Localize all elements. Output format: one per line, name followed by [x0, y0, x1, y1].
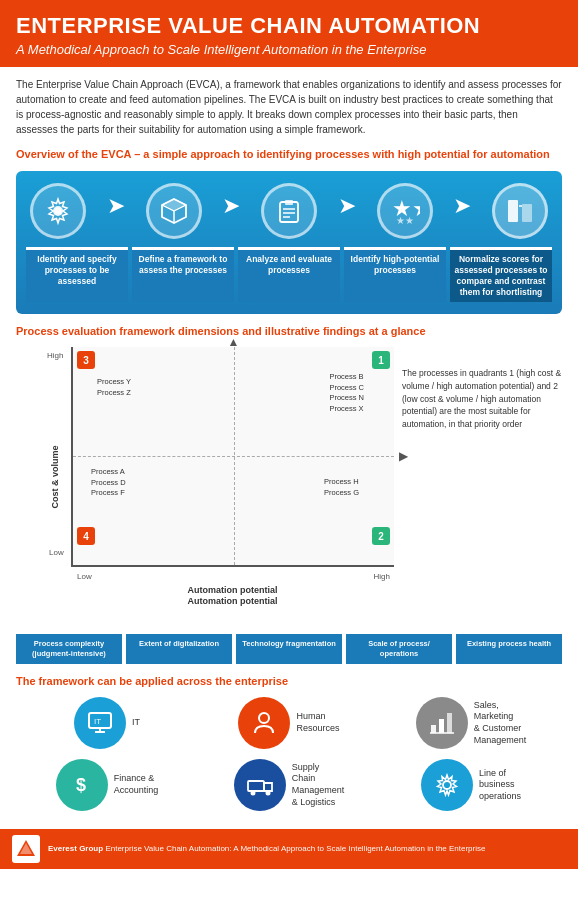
q2-processes: Process HProcess G: [324, 477, 359, 498]
cube-icon: [159, 196, 189, 226]
dollar-icon: $: [68, 771, 96, 799]
it-label: IT: [132, 717, 140, 729]
settings-icon: [43, 196, 73, 226]
footer-company: Everest Group: [48, 844, 103, 853]
y-axis-label: Cost & volume: [50, 445, 60, 508]
y-high-label: High: [47, 351, 63, 360]
hr-label: HumanResources: [296, 711, 339, 734]
icons-row-2: $ Finance &Accounting: [16, 759, 562, 811]
lob-label: Line ofbusinessoperations: [479, 768, 521, 803]
chart-bar-icon: [428, 709, 456, 737]
hr-icon-circle: [238, 697, 290, 749]
svg-point-21: [259, 713, 269, 723]
footer-logo: [12, 835, 40, 863]
svg-point-31: [443, 781, 451, 789]
dim-4: Scale of process/ operations: [346, 634, 452, 664]
everest-group-logo: [15, 838, 37, 860]
icon-lob: Line ofbusinessoperations: [429, 759, 514, 811]
it-icon-circle: IT: [74, 697, 126, 749]
evca-step-1: [24, 183, 92, 239]
q1-processes: Process BProcess CProcess NProcess X: [329, 372, 364, 414]
evca-steps-row: ➤ ➤: [24, 183, 554, 239]
arrow-4: ➤: [453, 193, 471, 219]
icon-supply-chain: Supply ChainManagement& Logistics: [247, 759, 332, 811]
sales-label: Sales, Marketing& CustomerManagement: [474, 700, 527, 747]
arrow-1: ➤: [107, 193, 125, 219]
svg-rect-27: [248, 781, 264, 791]
body-content: The Enterprise Value Chain Approach (EVC…: [0, 67, 578, 821]
svg-marker-3: [162, 199, 186, 211]
footer-desc-text: Enterprise Value Chain Automation: A Met…: [105, 844, 485, 853]
icons-row-1: IT IT HumanResources: [16, 697, 562, 749]
evca-step-4: ★★★ ★★: [371, 183, 439, 239]
dim-2: Extent of digitalization: [126, 634, 232, 664]
x-axis-label-text: Automation potential: [71, 596, 394, 606]
svg-marker-28: [264, 783, 272, 791]
step3-icon-circle: [261, 183, 317, 239]
page-subtitle: A Methodical Approach to Scale Intellige…: [16, 42, 562, 57]
evca-step-3: [255, 183, 323, 239]
quadrant-badge-1: 1: [372, 351, 390, 369]
svg-text:$: $: [76, 775, 86, 795]
step2-icon-circle: [146, 183, 202, 239]
footer: Everest Group Enterprise Value Chain Aut…: [0, 829, 578, 869]
arrow-2: ➤: [222, 193, 240, 219]
header: ENTERPRISE VALUE CHAIN AUTOMATION A Meth…: [0, 0, 578, 67]
quadrant-badge-2: 2: [372, 527, 390, 545]
truck-icon: [246, 771, 274, 799]
step-label-4: Identify high-potential processes: [344, 247, 446, 302]
step4-icon-circle: ★★★ ★★: [377, 183, 433, 239]
chart-inner: ▲ ▶ High Low 3 1 4 2 Process YProcess Z: [71, 347, 394, 567]
svg-rect-22: [431, 725, 436, 733]
svg-rect-14: [508, 200, 518, 222]
compare-icon: [505, 196, 535, 226]
quadrant-badge-3: 3: [77, 351, 95, 369]
footer-text: Everest Group Enterprise Value Chain Aut…: [48, 843, 485, 854]
finance-label: Finance &Accounting: [114, 773, 159, 796]
x-low-label: Low: [77, 572, 92, 581]
quadrant-badge-4: 4: [77, 527, 95, 545]
arrow-right-icon: ▶: [399, 449, 408, 463]
step-label-1: Identify and specify processes to be ass…: [26, 247, 128, 302]
icon-hr: HumanResources: [247, 697, 332, 749]
dim-1: Process complexity (judgment-intensive): [16, 634, 122, 664]
chart-wrapper: Cost & volume ▲ ▶ High Low 3: [71, 347, 394, 606]
evca-step-5: [486, 183, 554, 239]
dim-3: Technology fragmentation: [236, 634, 342, 664]
step-label-3: Analyze and evaluate processes: [238, 247, 340, 302]
dimensions-row: Process complexity (judgment-intensive) …: [16, 634, 562, 664]
applied-section: The framework can be applied across the …: [16, 674, 562, 811]
sales-icon-circle: [416, 697, 468, 749]
dim-5: Existing process health: [456, 634, 562, 664]
chart-area: Cost & volume ▲ ▶ High Low 3: [16, 347, 394, 626]
clipboard-icon: [274, 196, 304, 226]
section-title-evca: Overview of the EVCA – a simple approach…: [16, 147, 562, 162]
arrow-up-icon: ▲: [228, 335, 240, 349]
lob-icon-circle: [421, 759, 473, 811]
stars-icon: ★★★ ★★: [390, 196, 420, 226]
svg-point-1: [55, 207, 62, 214]
svg-point-30: [265, 791, 270, 796]
icon-it: IT IT: [65, 697, 150, 749]
svg-text:★★: ★★: [396, 215, 414, 226]
step1-icon-circle: [30, 183, 86, 239]
step5-icon-circle: [492, 183, 548, 239]
q3-processes: Process YProcess Z: [97, 377, 131, 398]
page-title: ENTERPRISE VALUE CHAIN AUTOMATION: [16, 14, 562, 38]
icon-finance: $ Finance &Accounting: [65, 759, 150, 811]
quad-divider-horizontal: [73, 456, 394, 457]
svg-rect-24: [447, 713, 452, 733]
people-icon: [250, 709, 278, 737]
monitor-icon: IT: [86, 709, 114, 737]
svg-rect-23: [439, 719, 444, 733]
step-label-5: Normalize scores for assessed processes …: [450, 247, 552, 302]
gear-icon: [433, 771, 461, 799]
supply-chain-label: Supply ChainManagement& Logistics: [292, 762, 345, 809]
finance-icon-circle: $: [56, 759, 108, 811]
svg-rect-8: [285, 200, 293, 205]
x-axis-label: Automation potential: [71, 585, 394, 595]
evca-labels-row: Identify and specify processes to be ass…: [24, 247, 554, 302]
arrow-3: ➤: [338, 193, 356, 219]
evca-step-2: [140, 183, 208, 239]
icon-sales: Sales, Marketing& CustomerManagement: [429, 697, 514, 749]
